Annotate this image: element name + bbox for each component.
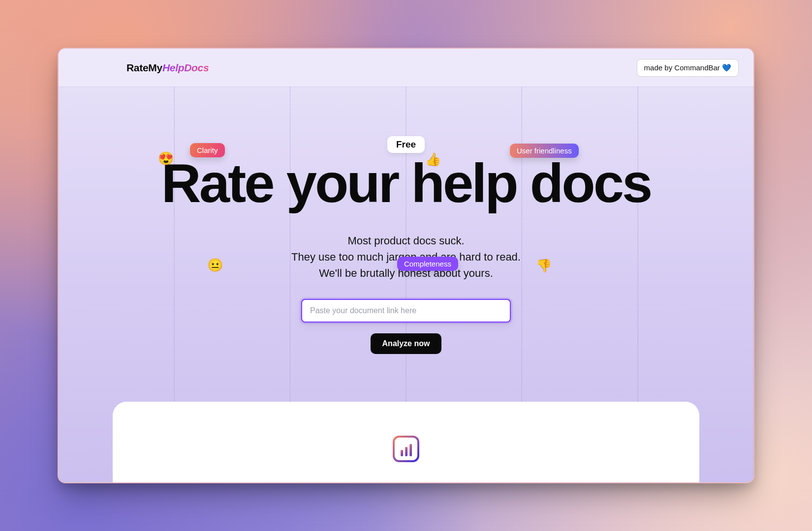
logo[interactable]: RateMyHelpDocs: [126, 62, 209, 74]
analyze-button[interactable]: Analyze now: [371, 333, 442, 354]
heart-eyes-icon: 😍: [158, 151, 174, 166]
tag-clarity: Clarity: [190, 143, 225, 157]
tag-completeness: Completeness: [397, 257, 458, 271]
header-bar: RateMyHelpDocs made by CommandBar 💙: [59, 49, 753, 87]
svg-rect-1: [401, 450, 403, 456]
results-card: [113, 402, 699, 483]
logo-text-accent: HelpDocs: [162, 62, 209, 73]
page-background: RateMyHelpDocs made by CommandBar 💙 Clar…: [0, 0, 812, 531]
logo-text-dark: RateMy: [126, 62, 162, 73]
svg-rect-3: [409, 444, 412, 456]
svg-rect-2: [405, 447, 407, 456]
app-window: RateMyHelpDocs made by CommandBar 💙 Clar…: [58, 48, 754, 483]
neutral-face-icon: 😐: [207, 258, 223, 273]
document-url-input[interactable]: [301, 299, 511, 323]
tag-user-friendliness: User friendliness: [510, 144, 579, 158]
thumbs-up-icon: 👍: [425, 152, 441, 167]
hero-section: Free Rate your help docs Most product do…: [59, 87, 753, 354]
url-input-row: [59, 299, 753, 323]
bar-chart-icon: [392, 435, 420, 463]
subtitle-line-1: Most product docs suck.: [59, 233, 753, 249]
made-by-button[interactable]: made by CommandBar 💙: [637, 59, 739, 77]
free-badge: Free: [387, 136, 425, 153]
thumbs-down-icon: 👎: [536, 258, 552, 273]
